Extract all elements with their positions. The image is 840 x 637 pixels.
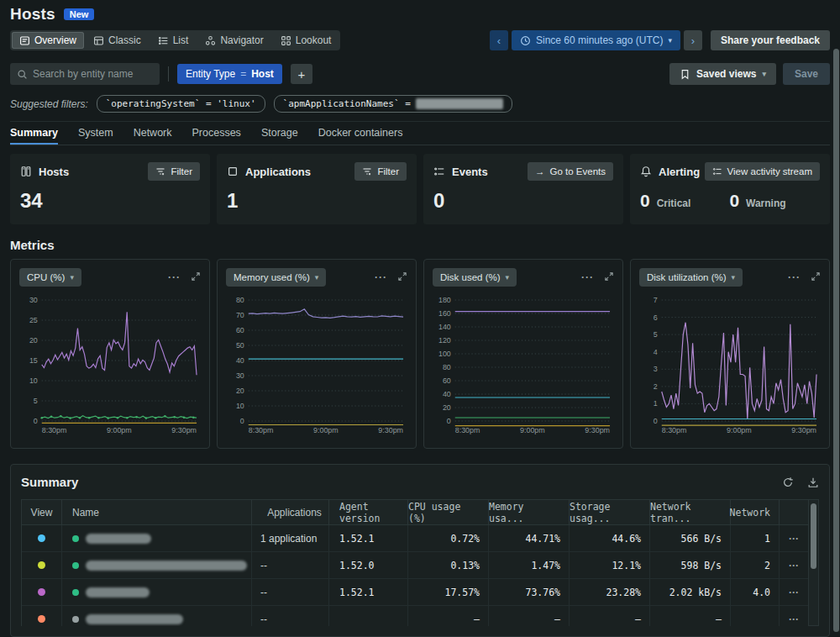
table-row[interactable]: 1 application 1.52.1 0.72% 44.71% 44.6% … — [22, 525, 808, 552]
download-icon[interactable] — [807, 476, 819, 488]
tab-processes[interactable]: Processes — [192, 122, 241, 145]
expand-icon[interactable] — [811, 271, 821, 284]
agent-version-cell — [329, 606, 408, 626]
column-header[interactable]: Storage usag... — [570, 500, 650, 524]
view-classic[interactable]: Classic — [86, 32, 149, 49]
expand-icon[interactable] — [191, 271, 201, 284]
view-dot[interactable] — [38, 561, 45, 569]
time-range-selector[interactable]: Since 60 minutes ago (UTC) ▾ — [512, 30, 680, 50]
hosts-icon — [20, 166, 32, 177]
svg-text:7: 7 — [654, 296, 658, 304]
expand-icon[interactable] — [604, 271, 614, 284]
page-scrollbar[interactable] — [833, 49, 839, 632]
entity-type-filter-chip[interactable]: Entity Type = Host — [177, 64, 282, 84]
time-forward-button[interactable]: › — [684, 30, 702, 50]
search-box[interactable] — [10, 63, 160, 85]
view-navigator[interactable]: Navigator — [197, 32, 270, 49]
disk-used-metric-selector[interactable]: Disk used (%) ▾ — [433, 268, 517, 287]
column-header[interactable]: View — [22, 500, 62, 524]
toolbar-right: Saved views ▾ Save — [669, 63, 830, 85]
table-scrollbar-thumb[interactable] — [811, 503, 816, 569]
more-options-icon[interactable]: ··· — [375, 271, 387, 283]
hosts-page: Hosts New Overview Classic List Navigato… — [0, 0, 840, 637]
hosts-filter-button[interactable]: Filter — [148, 162, 200, 181]
applications-cell[interactable]: 1 application — [260, 533, 317, 545]
column-header[interactable]: Agent version — [329, 500, 408, 524]
table-row[interactable]: -- 1.52.1 17.57% 73.76% 23.28% 2.02 kB/s… — [22, 579, 808, 606]
svg-text:9:00pm: 9:00pm — [313, 426, 339, 434]
column-header-actions — [780, 500, 808, 524]
suggested-filters-label: Suggested filters: — [10, 98, 88, 110]
redacted-host-name — [86, 587, 150, 598]
column-header[interactable]: Network tran... — [650, 500, 731, 524]
svg-text:60: 60 — [236, 326, 244, 334]
view-dot[interactable] — [38, 588, 45, 596]
svg-text:140: 140 — [438, 323, 451, 331]
svg-text:9:00pm: 9:00pm — [107, 426, 132, 434]
row-actions-button[interactable]: ··· — [780, 552, 808, 578]
row-actions-button[interactable]: ··· — [780, 606, 808, 626]
view-dot[interactable] — [38, 534, 45, 542]
column-header[interactable]: CPU usage (%) — [408, 500, 489, 524]
tab-docker-containers[interactable]: Docker containers — [318, 122, 403, 145]
suggested-filter-apm[interactable]: `apmApplicationNames` = — [274, 95, 512, 113]
chart-title: Disk utilization (%) — [647, 272, 727, 282]
add-filter-button[interactable]: + — [291, 64, 312, 84]
disk-utilization-chart-plot[interactable]: 012345678:30pm9:00pm9:30pm — [639, 292, 821, 436]
tab-summary[interactable]: Summary — [10, 122, 58, 145]
search-icon — [17, 69, 28, 80]
tab-storage[interactable]: Storage — [261, 122, 298, 145]
cpu-metric-selector[interactable]: CPU (%) ▾ — [19, 268, 81, 287]
svg-text:9:00pm: 9:00pm — [520, 426, 545, 434]
feedback-button[interactable]: Share your feedback — [711, 30, 830, 50]
saved-views-button[interactable]: Saved views ▾ — [669, 63, 776, 85]
refresh-icon[interactable] — [782, 476, 794, 488]
column-header[interactable]: Network — [731, 500, 780, 524]
column-header[interactable]: Name — [62, 500, 252, 524]
filter-funnel-icon — [362, 166, 372, 176]
svg-text:40: 40 — [443, 390, 451, 398]
view-list[interactable]: List — [150, 32, 197, 49]
tab-network[interactable]: Network — [134, 122, 172, 145]
go-to-events-button[interactable]: → Go to Events — [528, 162, 613, 181]
view-activity-stream-button[interactable]: View activity stream — [705, 162, 820, 181]
metrics-heading: Metrics — [10, 238, 830, 252]
events-card-title: Events — [452, 166, 488, 178]
expand-icon[interactable] — [397, 271, 407, 284]
svg-text:100: 100 — [438, 350, 451, 358]
search-input[interactable] — [33, 68, 153, 80]
column-header[interactable]: Applications — [252, 500, 329, 524]
time-back-button[interactable]: ‹ — [490, 30, 508, 50]
row-actions-button[interactable]: ··· — [780, 525, 808, 551]
table-scrollbar[interactable] — [809, 499, 819, 626]
svg-text:8:30pm: 8:30pm — [249, 426, 274, 434]
agent-version-cell: 1.52.1 — [329, 579, 408, 605]
cpu-chart-plot[interactable]: 0510152025308:30pm9:00pm9:30pm — [19, 292, 201, 436]
more-options-icon[interactable]: ··· — [581, 271, 594, 283]
suggested-filter-os[interactable]: `operatingSystem` = 'linux' — [97, 95, 265, 113]
svg-text:15: 15 — [29, 356, 38, 365]
memory-metric-selector[interactable]: Memory used (%) ▾ — [226, 268, 326, 287]
table-row[interactable]: -- 1.52.0 0.13% 1.47% 12.1% 598 B/s 2 ··… — [22, 552, 808, 579]
row-actions-button[interactable]: ··· — [780, 579, 808, 605]
save-button[interactable]: Save — [783, 63, 830, 85]
view-label: Classic — [108, 34, 141, 46]
page-scrollbar-thumb[interactable] — [833, 49, 839, 632]
view-lookout[interactable]: Lookout — [273, 32, 339, 49]
svg-text:9:30pm: 9:30pm — [791, 426, 816, 434]
tab-system[interactable]: System — [78, 122, 113, 145]
more-options-icon[interactable]: ··· — [168, 271, 181, 283]
more-options-icon[interactable]: ··· — [788, 271, 801, 283]
cpu-usage-cell: – — [408, 606, 489, 626]
alerting-card: Alerting View activity stream 0 Critical… — [630, 154, 830, 224]
svg-text:8:30pm: 8:30pm — [662, 426, 687, 434]
applications-filter-button[interactable]: Filter — [354, 162, 407, 181]
table-row[interactable]: -- – – – – ··· — [22, 606, 808, 626]
disk-used-chart-plot[interactable]: 0204060801001201401601808:30pm9:00pm9:30… — [433, 292, 614, 436]
view-dot[interactable] — [38, 615, 45, 623]
column-header[interactable]: Memory usa... — [489, 500, 570, 524]
memory-chart-plot[interactable]: 010203040506070808:30pm9:00pm9:30pm — [226, 292, 407, 436]
disk-utilization-metric-selector[interactable]: Disk utilization (%) ▾ — [639, 268, 743, 287]
chart-title: Disk used (%) — [440, 272, 501, 282]
view-overview[interactable]: Overview — [12, 32, 84, 49]
